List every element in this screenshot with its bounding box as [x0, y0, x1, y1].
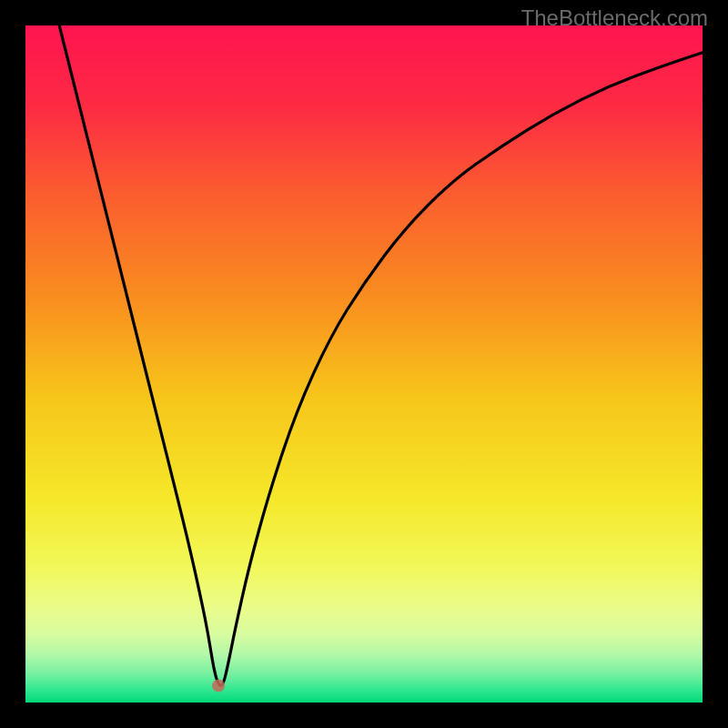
- optimum-marker: [212, 679, 225, 692]
- watermark-text: TheBottleneck.com: [521, 5, 708, 31]
- chart-svg: [25, 25, 703, 703]
- gradient-background: [25, 25, 703, 703]
- chart-plot-area: [25, 25, 703, 703]
